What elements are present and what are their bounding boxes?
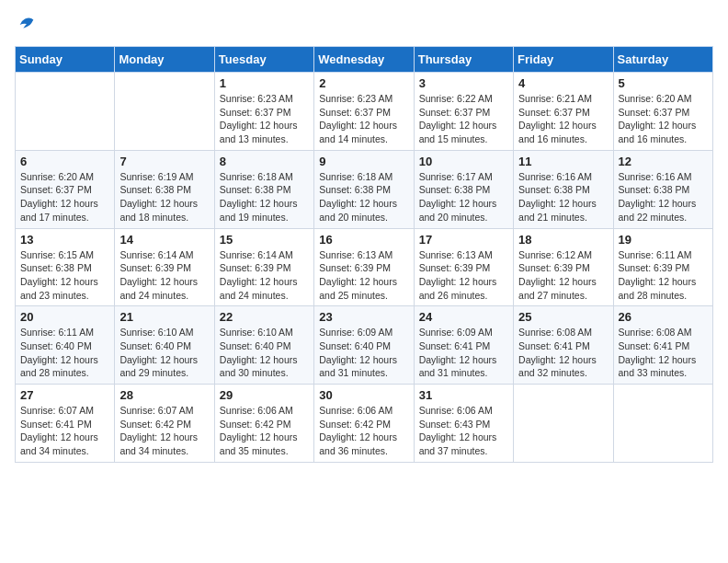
day-info: Sunrise: 6:06 AM Sunset: 6:43 PM Dayligh… [419, 404, 508, 458]
day-info: Sunrise: 6:23 AM Sunset: 6:37 PM Dayligh… [220, 92, 309, 146]
calendar-cell: 28Sunrise: 6:07 AM Sunset: 6:42 PM Dayli… [115, 385, 214, 463]
day-info: Sunrise: 6:17 AM Sunset: 6:38 PM Dayligh… [419, 170, 508, 224]
day-number: 29 [220, 388, 309, 402]
day-info: Sunrise: 6:09 AM Sunset: 6:40 PM Dayligh… [319, 326, 408, 380]
day-number: 8 [220, 155, 309, 168]
calendar-table: SundayMondayTuesdayWednesdayThursdayFrid… [15, 46, 713, 463]
calendar-cell: 24Sunrise: 6:09 AM Sunset: 6:41 PM Dayli… [414, 306, 513, 385]
calendar-cell: 21Sunrise: 6:10 AM Sunset: 6:40 PM Dayli… [115, 306, 214, 385]
day-number: 26 [619, 310, 708, 324]
day-info: Sunrise: 6:16 AM Sunset: 6:38 PM Dayligh… [619, 170, 708, 224]
calendar-cell: 3Sunrise: 6:22 AM Sunset: 6:37 PM Daylig… [414, 73, 513, 151]
calendar-cell: 5Sunrise: 6:20 AM Sunset: 6:37 PM Daylig… [613, 73, 712, 151]
day-number: 30 [319, 388, 408, 402]
calendar-cell: 2Sunrise: 6:23 AM Sunset: 6:37 PM Daylig… [314, 73, 414, 151]
day-info: Sunrise: 6:09 AM Sunset: 6:41 PM Dayligh… [419, 326, 508, 380]
calendar-header-sunday: Sunday [16, 47, 115, 73]
day-number: 17 [419, 233, 508, 247]
day-info: Sunrise: 6:08 AM Sunset: 6:41 PM Dayligh… [619, 326, 708, 380]
day-info: Sunrise: 6:06 AM Sunset: 6:42 PM Dayligh… [319, 404, 408, 458]
day-info: Sunrise: 6:07 AM Sunset: 6:41 PM Dayligh… [20, 404, 109, 458]
day-info: Sunrise: 6:20 AM Sunset: 6:37 PM Dayligh… [20, 170, 109, 224]
day-info: Sunrise: 6:13 AM Sunset: 6:39 PM Dayligh… [319, 248, 408, 303]
calendar-week-row: 6Sunrise: 6:20 AM Sunset: 6:37 PM Daylig… [16, 150, 713, 228]
calendar-cell: 15Sunrise: 6:14 AM Sunset: 6:39 PM Dayli… [214, 228, 313, 306]
day-info: Sunrise: 6:10 AM Sunset: 6:40 PM Dayligh… [119, 326, 209, 380]
day-number: 21 [119, 310, 209, 324]
calendar-cell: 9Sunrise: 6:18 AM Sunset: 6:38 PM Daylig… [314, 150, 414, 228]
day-info: Sunrise: 6:14 AM Sunset: 6:39 PM Dayligh… [119, 248, 209, 303]
day-number: 13 [20, 233, 109, 247]
calendar-cell: 20Sunrise: 6:11 AM Sunset: 6:40 PM Dayli… [16, 306, 115, 385]
calendar-cell: 22Sunrise: 6:10 AM Sunset: 6:40 PM Dayli… [214, 306, 313, 385]
day-number: 18 [518, 233, 608, 247]
day-info: Sunrise: 6:07 AM Sunset: 6:42 PM Dayligh… [119, 404, 209, 458]
calendar-cell [514, 385, 613, 463]
calendar-cell: 6Sunrise: 6:20 AM Sunset: 6:37 PM Daylig… [16, 150, 115, 228]
day-number: 19 [619, 233, 708, 247]
day-number: 23 [319, 310, 408, 324]
day-number: 9 [319, 155, 408, 168]
calendar-cell: 23Sunrise: 6:09 AM Sunset: 6:40 PM Dayli… [314, 306, 414, 385]
day-info: Sunrise: 6:21 AM Sunset: 6:37 PM Dayligh… [518, 92, 608, 146]
calendar-cell: 30Sunrise: 6:06 AM Sunset: 6:42 PM Dayli… [314, 385, 414, 463]
day-info: Sunrise: 6:11 AM Sunset: 6:39 PM Dayligh… [619, 248, 708, 303]
day-info: Sunrise: 6:08 AM Sunset: 6:41 PM Dayligh… [518, 326, 608, 380]
day-number: 11 [518, 155, 608, 168]
day-info: Sunrise: 6:18 AM Sunset: 6:38 PM Dayligh… [220, 170, 309, 224]
day-number: 1 [220, 76, 309, 90]
calendar-cell: 4Sunrise: 6:21 AM Sunset: 6:37 PM Daylig… [514, 73, 613, 151]
calendar-cell: 1Sunrise: 6:23 AM Sunset: 6:37 PM Daylig… [214, 73, 313, 151]
day-number: 7 [119, 155, 209, 168]
day-info: Sunrise: 6:22 AM Sunset: 6:37 PM Dayligh… [419, 92, 508, 146]
day-number: 27 [20, 388, 109, 402]
day-number: 31 [419, 388, 508, 402]
calendar-cell: 14Sunrise: 6:14 AM Sunset: 6:39 PM Dayli… [115, 228, 214, 306]
calendar-cell: 13Sunrise: 6:15 AM Sunset: 6:38 PM Dayli… [16, 228, 115, 306]
day-info: Sunrise: 6:19 AM Sunset: 6:38 PM Dayligh… [119, 170, 209, 224]
logo [15, 15, 37, 39]
calendar-cell [16, 73, 115, 151]
logo-bird-icon [17, 15, 37, 35]
day-info: Sunrise: 6:16 AM Sunset: 6:38 PM Dayligh… [518, 170, 608, 224]
day-info: Sunrise: 6:14 AM Sunset: 6:39 PM Dayligh… [220, 248, 309, 303]
day-number: 5 [619, 76, 708, 90]
calendar-cell: 16Sunrise: 6:13 AM Sunset: 6:39 PM Dayli… [314, 228, 414, 306]
day-info: Sunrise: 6:11 AM Sunset: 6:40 PM Dayligh… [20, 326, 109, 380]
calendar-header-thursday: Thursday [414, 47, 513, 73]
calendar-cell: 7Sunrise: 6:19 AM Sunset: 6:38 PM Daylig… [115, 150, 214, 228]
day-number: 22 [220, 310, 309, 324]
day-number: 24 [419, 310, 508, 324]
calendar-cell: 12Sunrise: 6:16 AM Sunset: 6:38 PM Dayli… [613, 150, 712, 228]
day-number: 15 [220, 233, 309, 247]
calendar-header-wednesday: Wednesday [314, 47, 414, 73]
page-header [15, 15, 713, 39]
calendar-header-monday: Monday [115, 47, 214, 73]
calendar-header-row: SundayMondayTuesdayWednesdayThursdayFrid… [16, 47, 713, 73]
day-number: 20 [20, 310, 109, 324]
calendar-week-row: 1Sunrise: 6:23 AM Sunset: 6:37 PM Daylig… [16, 73, 713, 151]
day-number: 2 [319, 76, 408, 90]
calendar-cell: 27Sunrise: 6:07 AM Sunset: 6:41 PM Dayli… [16, 385, 115, 463]
calendar-cell: 11Sunrise: 6:16 AM Sunset: 6:38 PM Dayli… [514, 150, 613, 228]
day-info: Sunrise: 6:23 AM Sunset: 6:37 PM Dayligh… [319, 92, 408, 146]
day-number: 25 [518, 310, 608, 324]
calendar-header-saturday: Saturday [613, 47, 712, 73]
day-number: 14 [119, 233, 209, 247]
day-info: Sunrise: 6:15 AM Sunset: 6:38 PM Dayligh… [20, 248, 109, 303]
day-number: 12 [619, 155, 708, 168]
day-number: 16 [319, 233, 408, 247]
day-info: Sunrise: 6:06 AM Sunset: 6:42 PM Dayligh… [220, 404, 309, 458]
calendar-cell [613, 385, 712, 463]
day-number: 4 [518, 76, 608, 90]
calendar-cell: 8Sunrise: 6:18 AM Sunset: 6:38 PM Daylig… [214, 150, 313, 228]
calendar-week-row: 27Sunrise: 6:07 AM Sunset: 6:41 PM Dayli… [16, 385, 713, 463]
calendar-cell: 26Sunrise: 6:08 AM Sunset: 6:41 PM Dayli… [613, 306, 712, 385]
calendar-header-tuesday: Tuesday [214, 47, 313, 73]
day-info: Sunrise: 6:13 AM Sunset: 6:39 PM Dayligh… [419, 248, 508, 303]
day-info: Sunrise: 6:12 AM Sunset: 6:39 PM Dayligh… [518, 248, 608, 303]
day-info: Sunrise: 6:10 AM Sunset: 6:40 PM Dayligh… [220, 326, 309, 380]
calendar-cell: 17Sunrise: 6:13 AM Sunset: 6:39 PM Dayli… [414, 228, 513, 306]
calendar-cell: 18Sunrise: 6:12 AM Sunset: 6:39 PM Dayli… [514, 228, 613, 306]
day-number: 6 [20, 155, 109, 168]
